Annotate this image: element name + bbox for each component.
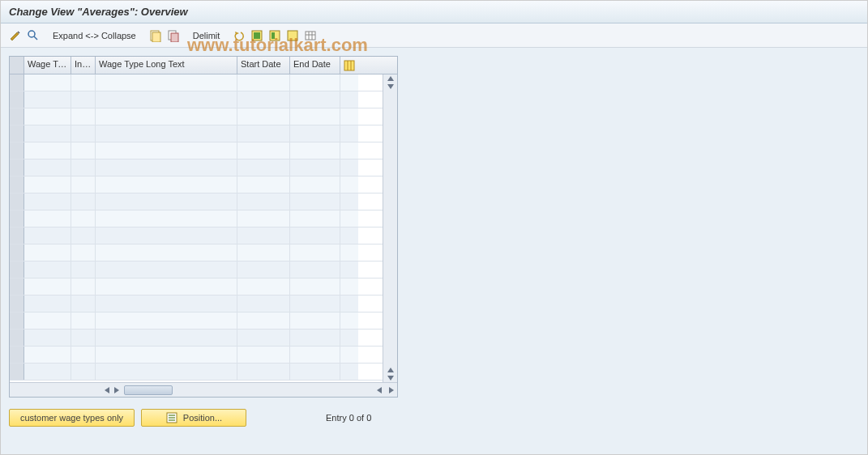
cell-start-date[interactable] bbox=[237, 245, 290, 261]
undo-icon[interactable] bbox=[231, 28, 247, 44]
cell-start-date[interactable] bbox=[237, 108, 290, 125]
cell-wage-type[interactable] bbox=[24, 142, 71, 159]
cell-end-date[interactable] bbox=[290, 313, 340, 329]
cell-long-text[interactable] bbox=[96, 228, 237, 244]
cell-wage-type[interactable] bbox=[24, 330, 71, 346]
cell-wage-type[interactable] bbox=[24, 108, 71, 125]
table-row[interactable] bbox=[10, 330, 383, 347]
table-row[interactable] bbox=[10, 210, 383, 228]
cell-infotype[interactable] bbox=[71, 74, 96, 91]
scroll-left-end-icon[interactable] bbox=[377, 387, 382, 393]
cell-wage-type[interactable] bbox=[24, 176, 71, 193]
configure-columns-icon[interactable] bbox=[340, 57, 358, 74]
row-selector[interactable] bbox=[10, 262, 24, 278]
cell-wage-type[interactable] bbox=[24, 296, 71, 312]
cell-long-text[interactable] bbox=[96, 296, 237, 312]
cell-start-date[interactable] bbox=[237, 313, 290, 329]
cell-wage-type[interactable] bbox=[24, 159, 71, 176]
cell-wage-type[interactable] bbox=[24, 210, 71, 227]
cell-long-text[interactable] bbox=[96, 313, 237, 329]
table-settings-icon[interactable] bbox=[302, 28, 319, 44]
cell-infotype[interactable] bbox=[71, 108, 96, 125]
cell-wage-type[interactable] bbox=[24, 228, 71, 244]
select-all-rows[interactable] bbox=[10, 57, 24, 74]
cell-end-date[interactable] bbox=[290, 228, 340, 244]
cell-start-date[interactable] bbox=[237, 193, 290, 210]
cell-long-text[interactable] bbox=[96, 159, 237, 176]
table-row[interactable] bbox=[10, 245, 383, 262]
cell-wage-type[interactable] bbox=[24, 193, 71, 210]
table-row[interactable] bbox=[10, 228, 383, 245]
cell-end-date[interactable] bbox=[290, 91, 340, 108]
cell-start-date[interactable] bbox=[237, 296, 290, 312]
table-row[interactable] bbox=[10, 193, 383, 210]
cell-wage-type[interactable] bbox=[24, 125, 71, 142]
cell-long-text[interactable] bbox=[96, 279, 237, 295]
cell-start-date[interactable] bbox=[237, 142, 290, 159]
cell-end-date[interactable] bbox=[290, 347, 340, 363]
cell-long-text[interactable] bbox=[96, 142, 237, 159]
table-row[interactable] bbox=[10, 125, 383, 142]
cell-start-date[interactable] bbox=[237, 347, 290, 363]
cell-wage-type[interactable] bbox=[24, 245, 71, 261]
row-selector[interactable] bbox=[10, 108, 24, 125]
table-row[interactable] bbox=[10, 108, 383, 125]
row-selector[interactable] bbox=[10, 142, 24, 159]
cell-infotype[interactable] bbox=[71, 347, 96, 363]
horizontal-scrollbar[interactable] bbox=[10, 382, 397, 397]
cell-infotype[interactable] bbox=[71, 228, 96, 244]
cell-infotype[interactable] bbox=[71, 125, 96, 142]
cell-long-text[interactable] bbox=[96, 210, 237, 227]
cell-end-date[interactable] bbox=[290, 296, 340, 312]
cell-start-date[interactable] bbox=[237, 159, 290, 176]
scroll-right-end-icon[interactable] bbox=[389, 387, 394, 393]
row-selector[interactable] bbox=[10, 159, 24, 176]
cell-wage-type[interactable] bbox=[24, 91, 71, 108]
cell-infotype[interactable] bbox=[71, 296, 96, 312]
row-selector[interactable] bbox=[10, 125, 24, 142]
row-selector[interactable] bbox=[10, 347, 24, 363]
cell-start-date[interactable] bbox=[237, 210, 290, 227]
scroll-down-icon[interactable] bbox=[387, 84, 394, 89]
col-wage-type-long-text[interactable]: Wage Type Long Text bbox=[96, 57, 237, 74]
deselect-all-icon[interactable] bbox=[284, 28, 301, 44]
table-row[interactable] bbox=[10, 176, 383, 193]
delimit-button[interactable]: Delimit bbox=[188, 31, 225, 40]
table-row[interactable] bbox=[10, 142, 383, 159]
new-entries-icon[interactable] bbox=[148, 28, 164, 44]
cell-infotype[interactable] bbox=[71, 279, 96, 295]
customer-wage-types-button[interactable]: customer wage types only bbox=[9, 409, 135, 427]
cell-start-date[interactable] bbox=[237, 91, 290, 108]
row-selector[interactable] bbox=[10, 296, 24, 312]
cell-wage-type[interactable] bbox=[24, 74, 71, 91]
select-block-icon[interactable] bbox=[267, 28, 283, 44]
cell-end-date[interactable] bbox=[290, 159, 340, 176]
cell-infotype[interactable] bbox=[71, 142, 96, 159]
table-row[interactable] bbox=[10, 347, 383, 364]
cell-infotype[interactable] bbox=[71, 193, 96, 210]
row-selector[interactable] bbox=[10, 91, 24, 108]
cell-wage-type[interactable] bbox=[24, 262, 71, 278]
table-row[interactable] bbox=[10, 296, 383, 313]
scroll-up-icon[interactable] bbox=[387, 368, 394, 372]
cell-long-text[interactable] bbox=[96, 193, 237, 210]
col-start-date[interactable]: Start Date bbox=[237, 57, 290, 74]
cell-start-date[interactable] bbox=[237, 262, 290, 278]
col-wage-type[interactable]: Wage Ty... bbox=[24, 57, 71, 74]
cell-wage-type[interactable] bbox=[24, 364, 71, 380]
cell-infotype[interactable] bbox=[71, 262, 96, 278]
cell-long-text[interactable] bbox=[96, 330, 237, 346]
cell-end-date[interactable] bbox=[290, 193, 340, 210]
cell-end-date[interactable] bbox=[290, 330, 340, 346]
row-selector[interactable] bbox=[10, 210, 24, 227]
cell-start-date[interactable] bbox=[237, 330, 290, 346]
cell-long-text[interactable] bbox=[96, 125, 237, 142]
table-row[interactable] bbox=[10, 74, 383, 91]
col-end-date[interactable]: End Date bbox=[290, 57, 340, 74]
table-row[interactable] bbox=[10, 91, 383, 108]
cell-infotype[interactable] bbox=[71, 330, 96, 346]
cell-end-date[interactable] bbox=[290, 142, 340, 159]
cell-infotype[interactable] bbox=[71, 176, 96, 193]
cell-end-date[interactable] bbox=[290, 210, 340, 227]
cell-end-date[interactable] bbox=[290, 176, 340, 193]
